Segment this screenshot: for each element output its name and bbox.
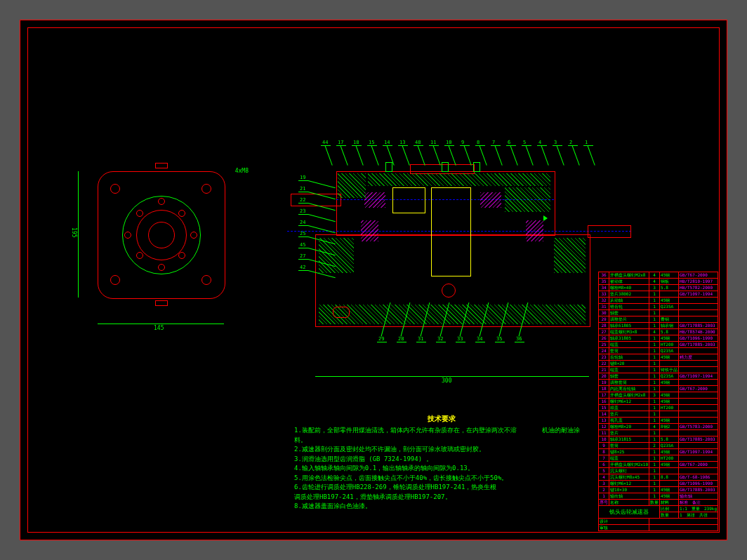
balloon: 33 [457,336,463,342]
leader-underline [298,192,308,192]
leader-underline [397,342,406,342]
bom-row: 36开槽盘头螺钉M2x8445钢GB/T67-2000 [599,272,718,279]
bom-row: 2键10×30145钢GB/T17885-2003 [599,487,718,493]
leader-line [526,145,534,166]
leader-underline [298,270,308,271]
dim-width: 145 [154,325,164,331]
leader-line [308,225,336,233]
hatch-bearing [526,220,543,241]
output-shaft [588,225,631,238]
dim-height: 195 [71,227,77,237]
tech-item: 8.减速器盖面涂白色油漆。 [294,502,589,512]
corner-hole [201,275,211,285]
bom-row: 20轴套1Q235AGB/T1097-1994 [599,373,718,380]
leader-line [495,145,503,166]
leader-underline [298,203,308,204]
bolt [473,162,480,172]
bom-row: 16螺钉M6×12145钢 [599,399,718,405]
gearbox-section-view: 300 441718151413481110987654321 19212223… [294,126,624,364]
bom-row: 11垫片1 [599,430,718,436]
bom-row: 22键8×201 [599,361,718,367]
leader-underline [298,248,308,248]
dim-length: 300 [442,378,451,384]
dim-line-v [78,171,79,298]
balloon: 42 [300,265,305,270]
leader-line [588,145,595,166]
bom-row: 34螺栓M8×4035.8HB/T5782-2000 [599,285,718,291]
hole-callout: 4xM8 [235,168,249,174]
tab-top [155,163,168,168]
leader-underline [436,342,446,342]
leader-underline [475,145,485,146]
balloon: 5 [523,140,526,145]
balloon: 8 [477,140,480,145]
leader-line [371,145,379,166]
leader-underline [377,342,387,342]
balloon: 9 [461,140,464,145]
title-row: 设计 [599,519,718,525]
balloon: 22 [300,197,305,203]
leader-underline [491,145,501,146]
bom-row: 9套筒2Q235A [599,443,718,449]
leader-underline [383,145,392,146]
bom-row: 27端盖螺钉M3×845.8HB/T8574B-2000 [599,329,718,335]
bom-row: 17开槽盘头螺钉M2x8345钢 [599,392,718,399]
bom-row: 3螺钉M6×121GB/T1096-1990 [599,481,718,487]
bom-row: 33垫片380021GB/T1097-1994 [599,291,718,298]
balloon: 7 [492,140,495,145]
balloon: 32 [437,336,443,342]
hatch-bearing [361,220,378,241]
bolt-hole [124,232,131,239]
title-row: 审核 [599,525,718,531]
tech-item: 4.输入轴轴承轴向间隙为0.1，输出轴轴承的轴向间隙为0.13。 [294,464,589,474]
bore-circle [148,222,175,248]
bom-row: 4沉头螺钉M8x4518.8GB/T-68-1986 [599,474,718,481]
bom-row: 29调整垫片1青铜 [599,316,718,323]
bolt-hole [158,264,165,271]
balloon: 21 [300,186,305,192]
balloon: 3 [554,140,557,145]
title-row: 铣头齿轮减速器比例1:1 重量 239kg [599,506,718,512]
leader-underline [460,145,470,146]
tech-item: 1.装配前，全部零件用煤油清洗，箱体内不允许有杂质存在，在内壁涂两次不溶 机油的… [294,426,589,445]
leader-line [356,145,364,166]
balloon: 24 [300,220,305,225]
corner-hole [110,184,120,194]
tab-bottom [155,300,168,306]
corner-hole [110,275,120,285]
leader-underline [522,145,531,146]
leader-underline [352,145,362,146]
leader-underline [321,145,331,146]
tech-items: 1.装配前，全部零件用煤油清洗，箱体内不允许有杂质存在，在内壁涂两次不溶 机油的… [294,426,589,512]
leader-underline [495,342,505,342]
bom-row: 25端盖1HT200GB/T17885-2003 [599,342,718,348]
balloon: 10 [446,140,451,145]
oil-sight [442,284,456,298]
leader-underline [456,342,465,342]
tech-title: 技术要求 [294,413,589,424]
pinion [392,187,425,213]
balloon: 25 [300,231,305,236]
hatch-bearing [480,192,501,208]
balloon: 11 [430,140,436,145]
balloon: 36 [516,336,522,342]
bolt [385,162,392,172]
leader-underline [568,145,578,146]
hatch [554,238,586,273]
bom-row: 13视孔盖145钢 [599,418,718,424]
bom-row: 7端盖1HT200 [599,455,718,462]
leader-underline [506,145,516,146]
leader-underline [429,145,439,146]
leader-underline [367,145,377,146]
leader-underline [475,342,485,342]
balloon: 18 [353,140,359,145]
balloon: 44 [322,140,328,145]
leader-underline [398,145,408,146]
bom-row: 30轴套1 [599,310,718,316]
leader-line [308,214,336,222]
window-frame: 195 145 4xM8 [0,0,747,560]
hatch [368,173,550,186]
leader-underline [553,145,562,146]
hatch [319,238,354,273]
bolt [442,162,449,172]
